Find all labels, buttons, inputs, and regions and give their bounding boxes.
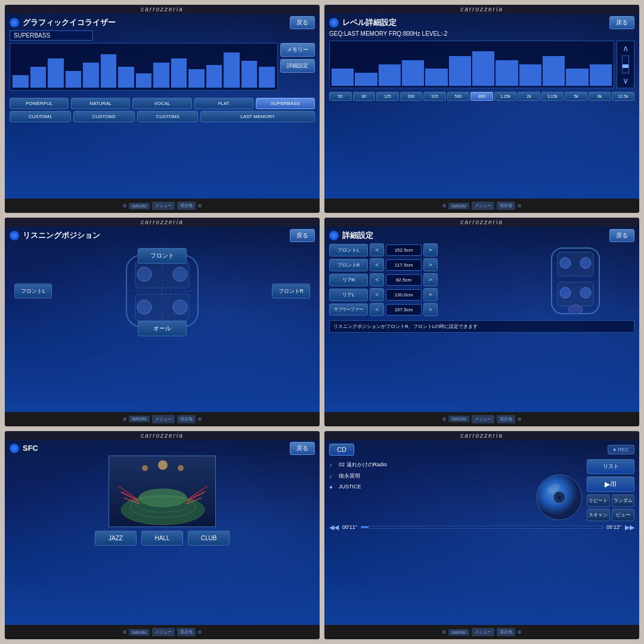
setting-row-2: リアR ＜ 82.5cm ＞ bbox=[329, 273, 512, 286]
view-btn[interactable]: ビュー bbox=[612, 509, 635, 521]
setting-arrow-r-0[interactable]: ＞ bbox=[423, 243, 438, 256]
lvl-bar bbox=[402, 60, 424, 86]
freq-8k[interactable]: 8k bbox=[589, 92, 611, 101]
setting-arrow-l-1[interactable]: ＜ bbox=[370, 258, 384, 271]
eq-bar bbox=[83, 63, 99, 88]
control-bar-4: NAV/AV メニュー 現在地 bbox=[324, 412, 639, 426]
fast-forward-btn[interactable]: ▶▶ bbox=[625, 524, 634, 531]
sfc-jazz-btn[interactable]: JAZZ bbox=[95, 531, 137, 546]
ctrl-menu[interactable]: メニュー bbox=[472, 202, 494, 210]
memory-btn[interactable]: メモリー bbox=[280, 43, 315, 57]
preset-flat[interactable]: FLAT bbox=[194, 98, 253, 109]
ctrl-nav[interactable]: NAV/AV bbox=[129, 416, 150, 422]
ctrl-dot bbox=[518, 630, 521, 634]
ctrl-nav[interactable]: NAV/AV bbox=[448, 416, 469, 422]
ctrl-dot bbox=[198, 204, 202, 208]
setting-row-1: フロントR ＜ 117.5cm ＞ bbox=[329, 258, 512, 271]
setting-value-4: 157.5cm bbox=[386, 304, 422, 315]
setting-arrow-l-4[interactable]: ＜ bbox=[370, 303, 384, 316]
ctrl-loc[interactable]: 現在地 bbox=[497, 628, 515, 636]
pos-front-l-btn[interactable]: フロントL bbox=[14, 284, 52, 299]
cd-screen: CD ● REC ♪ 02 遠れかけのRadio ♪ 徳永英明 ● JUSTIC… bbox=[324, 440, 639, 625]
progress-fill bbox=[361, 527, 369, 528]
rewind-btn[interactable]: ◀◀ bbox=[329, 524, 339, 531]
ctrl-nav[interactable]: NAV/AV bbox=[448, 629, 469, 636]
freq-800[interactable]: 800 bbox=[470, 92, 493, 101]
ctrl-loc[interactable]: 現在地 bbox=[497, 415, 515, 423]
scan-btn[interactable]: スキャン bbox=[587, 509, 610, 521]
list-button[interactable]: リスト bbox=[587, 459, 634, 474]
freq-80[interactable]: 80 bbox=[353, 92, 376, 101]
setting-label-4: サブウーファー bbox=[329, 304, 368, 315]
freq-125[interactable]: 125 bbox=[376, 92, 399, 101]
eq-back-btn[interactable]: 戻る bbox=[290, 16, 315, 29]
svg-point-7 bbox=[137, 300, 151, 314]
detail-title: 詳細設定 bbox=[342, 230, 373, 241]
ctrl-menu[interactable]: メニュー bbox=[152, 202, 175, 210]
detail-btn[interactable]: 詳細設定 bbox=[280, 59, 315, 73]
freq-12k5[interactable]: 12.5k bbox=[612, 92, 634, 101]
ctrl-menu[interactable]: メニュー bbox=[152, 628, 175, 636]
play-pause-button[interactable]: ▶/II bbox=[587, 476, 634, 492]
freq-315[interactable]: 315 bbox=[423, 92, 446, 101]
preset-last-memory[interactable]: LAST MEMORY bbox=[200, 111, 315, 122]
preset-custom3[interactable]: CUSTOM3 bbox=[137, 111, 199, 122]
panel-level-detail: carrozzeria レベル詳細設定 戻る GEQ:LAST MEMORY F… bbox=[324, 5, 639, 213]
cd-controls: リスト ▶/II リピート ランダム スキャン ビュー bbox=[587, 459, 634, 521]
control-bar-1: NAV/AV メニュー 現在地 bbox=[5, 199, 320, 213]
setting-arrow-l-0[interactable]: ＜ bbox=[370, 243, 384, 256]
random-btn[interactable]: ランダム bbox=[612, 494, 635, 507]
preset-superbass[interactable]: SUPERBASS bbox=[256, 98, 315, 109]
pos-front-btn[interactable]: フロント bbox=[138, 248, 187, 264]
preset-natural[interactable]: NATURAL bbox=[71, 98, 130, 109]
level-back-btn[interactable]: 戻る bbox=[609, 16, 634, 29]
sfc-title: SFC bbox=[23, 444, 38, 453]
sfc-club-btn[interactable]: CLUB bbox=[188, 531, 230, 546]
setting-arrow-r-2[interactable]: ＞ bbox=[423, 273, 438, 286]
repeat-btn[interactable]: リピート bbox=[587, 494, 610, 507]
ctrl-nav[interactable]: NAV/AV bbox=[129, 629, 150, 636]
ctrl-dot bbox=[518, 204, 521, 208]
position-back-btn[interactable]: 戻る bbox=[290, 229, 315, 242]
setting-arrow-r-4[interactable]: ＞ bbox=[423, 303, 438, 316]
freq-200[interactable]: 200 bbox=[400, 92, 423, 101]
freq-500[interactable]: 500 bbox=[447, 92, 470, 101]
freq-1k25[interactable]: 1.25k bbox=[494, 92, 517, 101]
preset-custom2[interactable]: CUSTOM2 bbox=[73, 111, 135, 122]
rec-badge[interactable]: ● REC bbox=[608, 445, 634, 454]
svg-point-6 bbox=[173, 267, 187, 281]
vertical-slider[interactable]: ∧ ∨ bbox=[617, 41, 634, 88]
freq-2k[interactable]: 2k bbox=[518, 92, 540, 101]
freq-50[interactable]: 50 bbox=[329, 92, 352, 101]
setting-label-1: フロントR bbox=[329, 259, 368, 271]
preset-powerful[interactable]: POWERFUL bbox=[10, 98, 69, 109]
ctrl-menu[interactable]: メニュー bbox=[472, 628, 494, 636]
ctrl-nav[interactable]: NAV/AV bbox=[448, 203, 469, 209]
brand-bar-4: carrozzeria bbox=[324, 218, 639, 227]
cd-track-0: ♪ 02 遠れかけのRadio bbox=[329, 459, 583, 470]
pos-front-r-btn[interactable]: フロントR bbox=[272, 284, 311, 299]
lvl-bar bbox=[496, 60, 518, 86]
ctrl-loc[interactable]: 現在地 bbox=[497, 202, 515, 210]
pos-all-btn[interactable]: オール bbox=[138, 321, 187, 336]
preset-vocal[interactable]: VOCAL bbox=[132, 98, 191, 109]
ctrl-nav[interactable]: NAV/AV bbox=[129, 203, 150, 209]
preset-custom1[interactable]: CUSTOM1 bbox=[10, 111, 71, 122]
detail-back-btn[interactable]: 戻る bbox=[609, 229, 634, 242]
eq-title-row: グラフィックイコライザー 戻る bbox=[10, 17, 315, 28]
slider-up[interactable]: ∧ bbox=[623, 44, 628, 53]
slider-down[interactable]: ∨ bbox=[623, 76, 628, 85]
freq-3k15[interactable]: 3.15k bbox=[541, 92, 564, 101]
setting-arrow-l-3[interactable]: ＜ bbox=[370, 288, 384, 301]
freq-5k[interactable]: 5k bbox=[565, 92, 587, 101]
sfc-hall-btn[interactable]: HALL bbox=[141, 531, 183, 546]
sfc-back-btn[interactable]: 戻る bbox=[290, 442, 315, 455]
ctrl-loc[interactable]: 現在地 bbox=[177, 202, 196, 210]
setting-arrow-r-1[interactable]: ＞ bbox=[423, 258, 438, 271]
ctrl-loc[interactable]: 現在地 bbox=[177, 628, 196, 636]
setting-arrow-r-3[interactable]: ＞ bbox=[423, 288, 438, 301]
ctrl-menu[interactable]: メニュー bbox=[472, 415, 494, 423]
setting-arrow-l-2[interactable]: ＜ bbox=[370, 273, 384, 286]
ctrl-menu[interactable]: メニュー bbox=[152, 415, 175, 423]
ctrl-loc[interactable]: 現在地 bbox=[177, 415, 196, 423]
